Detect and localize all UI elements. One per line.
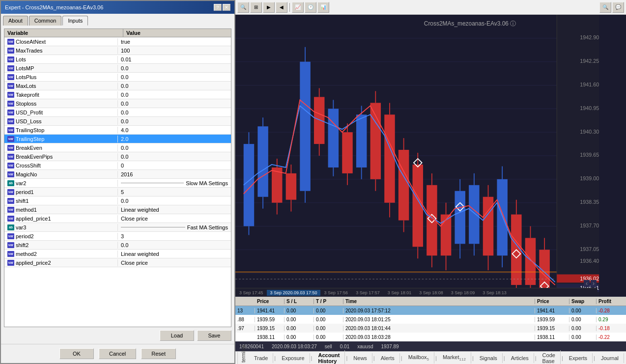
var-icon: var (7, 207, 14, 213)
ok-button[interactable]: OK (59, 348, 94, 359)
params-cell-value: 2016 (118, 171, 231, 178)
autoscroll-button[interactable]: ▶ (263, 2, 275, 13)
tab-trade[interactable]: Trade (249, 353, 273, 363)
params-row[interactable]: varUSD_Loss0.0 (4, 117, 231, 126)
time-label-2: 3 Sep 17:56 (320, 290, 352, 295)
time-label-1: 3 Sep 17:45 (235, 290, 267, 295)
tab-articles[interactable]: Articles (506, 353, 534, 363)
tab-common[interactable]: Common (29, 16, 62, 26)
time-label-3: 3 Sep 17:57 (352, 290, 384, 295)
var-icon: var (7, 198, 14, 204)
tab-about[interactable]: About (3, 16, 28, 26)
svg-text:1940.95: 1940.95 (580, 105, 599, 111)
zoom-out-button[interactable]: 🔍 (237, 2, 249, 13)
save-button[interactable]: Save (197, 330, 231, 341)
svg-text:1937.70: 1937.70 (580, 223, 599, 228)
search-button[interactable]: 🔍 (599, 2, 611, 13)
indicator-button[interactable]: 📊 (317, 2, 329, 13)
params-row[interactable]: varperiod15 (4, 188, 231, 196)
help-button[interactable]: ? (214, 4, 222, 11)
params-row[interactable]: varLotsPlus0.0 (4, 73, 231, 82)
chart-scroll-button[interactable]: ◀ (276, 2, 287, 13)
hist-r3-sl: 0.00 (285, 326, 314, 331)
params-cell-value: 0.0 (118, 109, 231, 116)
tab-mailbox[interactable]: Mailbox5 (403, 352, 434, 364)
close-button[interactable]: ✕ (223, 4, 230, 11)
params-body[interactable]: varCloseAtNexttruevarMaxTrades100varLots… (4, 37, 231, 327)
tab-alerts[interactable]: Alerts (376, 353, 400, 363)
params-row[interactable]: varMaxLots0.0 (4, 82, 231, 90)
tab-experts[interactable]: Experts (564, 353, 593, 363)
params-row[interactable]: varCloseAtNexttrue (4, 37, 231, 46)
params-cell-value: Close price (118, 215, 231, 222)
var-icon: var (7, 39, 14, 45)
params-row[interactable]: varTrailingStop4.0 (4, 126, 231, 135)
params-cell-name: varshift2 (4, 242, 118, 249)
time-label-4: 3 Sep 18:01 (384, 290, 416, 295)
chat-button[interactable]: 💬 (612, 2, 624, 13)
params-row[interactable]: varBreakEven0.0 (4, 143, 231, 152)
params-cell-name: varperiod2 (4, 233, 118, 240)
params-row[interactable]: varshift20.0 (4, 241, 231, 250)
svg-rect-18 (272, 168, 282, 203)
hist-r4-sl: 0.00 (285, 335, 314, 340)
params-row[interactable]: varCrossShift0 (4, 161, 231, 170)
svg-text:1937.05: 1937.05 (580, 246, 599, 252)
tab-market[interactable]: Market112 (438, 352, 471, 364)
params-row[interactable]: varTakeprofit0.0 (4, 90, 231, 99)
params-row[interactable]: abvar2Slow MA Settings (4, 179, 231, 188)
params-row[interactable]: varperiod23 (4, 232, 231, 241)
params-row[interactable]: varMaxTrades100 (4, 46, 231, 55)
params-cell-value: 0.0 (118, 197, 231, 204)
tab-inputs[interactable]: Inputs (62, 16, 88, 26)
svg-text:1938.35: 1938.35 (580, 199, 599, 205)
tab-exposure[interactable]: Exposure (277, 353, 310, 363)
params-row[interactable]: varMagicNo2016 (4, 170, 231, 179)
load-button[interactable]: Load (160, 330, 194, 341)
params-row[interactable]: varshift10.0 (4, 196, 231, 205)
chart-container[interactable]: Cross2MAs_mezoanas-EAv3.06 ⓘ 1942.90 194… (235, 15, 626, 297)
params-row[interactable]: varmethod1Linear weighted (4, 205, 231, 214)
params-cell-name: varTrailingStop (4, 127, 118, 134)
params-cell-value: true (118, 38, 231, 45)
params-row[interactable]: varUSD_Profit0.0 (4, 108, 231, 117)
nav-prev-button[interactable]: ‹ (584, 280, 590, 287)
params-row[interactable]: varTrailingStep2.0 (4, 135, 231, 143)
chart-section: 🔍 ⊞ ▶ ◀ 📈 🕐 📊 🔍 💬 (235, 0, 626, 364)
nav-next-button[interactable]: › (591, 280, 597, 287)
params-row[interactable]: varStoploss0.0 (4, 99, 231, 108)
cancel-button[interactable]: Cancel (99, 348, 136, 359)
time-axis: 3 Sep 17:45 3 Sep 2020.09.03 17:50 3 Sep… (235, 288, 598, 297)
hist-r1-tp: 0.00 (314, 308, 343, 313)
reset-button[interactable]: Reset (141, 348, 176, 359)
params-row[interactable]: varapplied_price1Close price (4, 214, 231, 223)
tab-codebase[interactable]: Code Base (538, 350, 561, 364)
var-icon: var (7, 251, 14, 257)
tab-journal[interactable]: Journal (596, 353, 624, 363)
dialog-content: Variable Value varCloseAtNexttruevarMaxT… (1, 26, 234, 330)
hist-r2-price: 1939.59 (255, 317, 285, 322)
svg-rect-39 (370, 103, 381, 179)
tab-signals[interactable]: Signals (475, 353, 503, 363)
params-row[interactable]: varapplied_price2Close price (4, 258, 231, 267)
tab-news[interactable]: News (348, 353, 372, 363)
hist-r1-c0: 13 (235, 308, 255, 313)
params-row[interactable]: abvar3Fast MA Settings (4, 223, 231, 232)
params-row[interactable]: varLotsMP0.0 (4, 64, 231, 73)
params-cell-name: abvar2 (4, 180, 118, 187)
terminal-label: terminal (237, 352, 249, 364)
params-cell-value: Linear weighted (118, 206, 231, 213)
var-icon: var (7, 171, 14, 177)
params-row[interactable]: varBreakEvenPips0.0 (4, 152, 231, 161)
grid-button[interactable]: ⊞ (250, 2, 262, 13)
col-variable: Variable (4, 29, 123, 37)
params-cell-name: varapplied_price2 (4, 259, 118, 266)
tab-sep9: | (534, 355, 538, 361)
line-tool-button[interactable]: 📈 (292, 2, 304, 13)
svg-text:1942.25: 1942.25 (580, 58, 599, 64)
params-row[interactable]: varLots0.01 (4, 55, 231, 64)
params-row[interactable]: varmethod2Linear weighted (4, 250, 231, 258)
hist-r3-profit: -0.18 (597, 326, 626, 331)
tab-account-history[interactable]: Account History (313, 350, 345, 364)
clock-button[interactable]: 🕐 (305, 2, 316, 13)
